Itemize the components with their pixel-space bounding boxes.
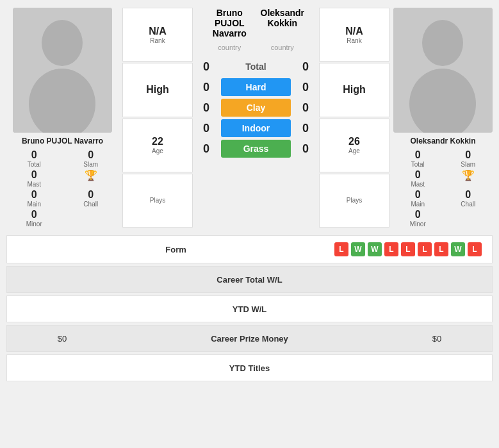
form-badge-l: L (418, 242, 432, 256)
prize-left: $0 (17, 334, 107, 344)
ytd-wl-label: YTD W/L (17, 304, 482, 314)
svg-point-1 (42, 20, 83, 66)
trophy-icon-right: 🏆 (462, 169, 475, 181)
stat-chall-right: 0 Chall (444, 189, 493, 208)
player-right-avatar (393, 8, 493, 133)
rank-box-right: N/A Rank (319, 8, 389, 62)
form-badge-w: W (451, 242, 465, 256)
stat-total-right: 0 Total (393, 149, 443, 168)
form-badge-l: L (334, 242, 348, 256)
form-row: Form LWWLLLLWL (6, 235, 493, 263)
high-box-right: High (319, 63, 389, 117)
ytd-titles-label: YTD Titles (17, 363, 482, 373)
career-prize-row: $0 Career Prize Money $0 (6, 325, 493, 352)
player-left: Bruno PUJOL Navarro 0 Total 0 Slam 0 Mas… (6, 8, 119, 228)
score-section: Bruno PUJOL Navarro Oleksandr Kokkin cou… (197, 8, 315, 228)
player-right-stats: 0 Total 0 Slam 0 Mast 🏆 0 Main (393, 149, 493, 228)
score-row-indoor: 0 Indoor 0 (197, 119, 315, 137)
score-row-total: 0 Total 0 (197, 58, 315, 76)
score-row-hard: 0 Hard 0 (197, 78, 315, 96)
high-box-left: High (122, 63, 193, 117)
form-badge-l: L (434, 242, 448, 256)
country-left: country (203, 44, 256, 51)
career-wl-label: Career Total W/L (17, 275, 482, 285)
form-badges: LWWLLLLWL (334, 242, 482, 256)
score-row-clay: 0 Clay 0 (197, 99, 315, 117)
form-badge-w: W (351, 242, 365, 256)
stat-mast-left: 0 Mast (6, 169, 62, 188)
score-left-name: Bruno PUJOL Navarro (203, 8, 256, 38)
stat-total-left: 0 Total (6, 149, 62, 168)
stat-mast-right: 0 Mast (393, 169, 443, 188)
stat-trophy-left: 🏆 (63, 169, 119, 188)
stat-minor-right: 0 Minor (393, 209, 443, 228)
stat-minor-left: 0 Minor (6, 209, 62, 228)
ytd-wl-row: YTD W/L (6, 295, 493, 322)
age-box-right: 26 Age (319, 119, 389, 172)
form-label: Form (17, 245, 334, 254)
surface-hard-btn[interactable]: Hard (221, 78, 291, 96)
center-stats-right: N/A Rank High 26 Age Plays (319, 8, 389, 228)
prize-right: $0 (392, 334, 482, 344)
stat-main-left: 0 Main (6, 189, 62, 208)
center-stats-left: N/A Rank High 22 Age Plays (122, 8, 193, 228)
stat-chall-left: 0 Chall (63, 189, 119, 208)
form-badge-w: W (368, 242, 382, 256)
player-right: Oleksandr Kokkin 0 Total 0 Slam 0 Mast 🏆 (393, 8, 493, 228)
surface-grass-btn[interactable]: Grass (221, 140, 291, 158)
player-left-stats: 0 Total 0 Slam 0 Mast 🏆 0 Main (6, 149, 119, 228)
plays-box-left: Plays (122, 174, 193, 228)
form-badge-l: L (384, 242, 398, 256)
player-right-name: Oleksandr Kokkin (410, 137, 475, 145)
age-box-left: 22 Age (122, 119, 193, 172)
main-container: Bruno PUJOL Navarro 0 Total 0 Slam 0 Mas… (0, 0, 499, 381)
ytd-titles-row: YTD Titles (6, 354, 493, 381)
svg-point-4 (422, 20, 463, 66)
player-left-avatar (13, 8, 112, 133)
player-left-name: Bruno PUJOL Navarro (22, 137, 103, 145)
stat-main-right: 0 Main (393, 189, 443, 208)
country-right: country (256, 44, 309, 51)
form-badge-l: L (401, 242, 415, 256)
form-badge-l: L (468, 242, 482, 256)
score-row-grass: 0 Grass 0 (197, 140, 315, 158)
players-section: Bruno PUJOL Navarro 0 Total 0 Slam 0 Mas… (0, 0, 499, 235)
trophy-icon-left: 🏆 (85, 169, 97, 181)
career-wl-row: Career Total W/L (6, 266, 493, 293)
score-right-name: Oleksandr Kokkin (256, 8, 309, 38)
stat-slam-left: 0 Slam (63, 149, 119, 168)
surface-indoor-btn[interactable]: Indoor (221, 119, 291, 137)
stat-trophy-right: 🏆 (444, 169, 493, 188)
rank-box-left: N/A Rank (122, 8, 193, 62)
plays-box-right: Plays (319, 174, 389, 228)
surface-clay-btn[interactable]: Clay (221, 99, 291, 117)
bottom-section: Form LWWLLLLWL Career Total W/L YTD W/L … (0, 235, 499, 381)
stat-slam-right: 0 Slam (444, 149, 493, 168)
career-prize-label: Career Prize Money (107, 334, 392, 344)
